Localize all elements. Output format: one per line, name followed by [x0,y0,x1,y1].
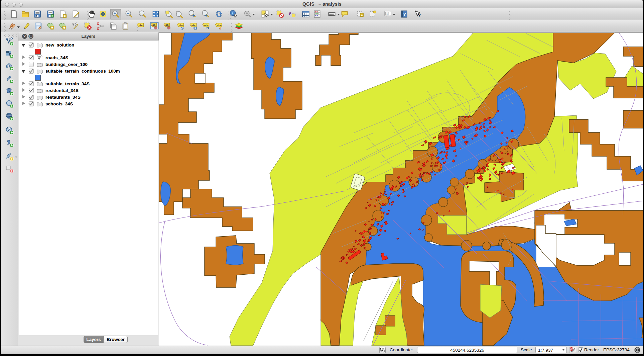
svg-text:1:1: 1:1 [140,12,144,15]
svg-text:?: ? [403,12,406,17]
svg-text:?: ? [418,12,421,18]
svg-text:ab: ab [165,23,169,26]
svg-text:abc: abc [191,24,196,27]
svg-text:ab: ab [152,23,156,26]
svg-text:abc: abc [217,24,222,27]
svg-text:abc: abc [139,24,143,27]
svg-text:abc: abc [204,24,209,27]
svg-text:abc: abc [179,24,183,27]
svg-text:T: T [386,12,388,15]
svg-text:ε: ε [289,10,291,16]
